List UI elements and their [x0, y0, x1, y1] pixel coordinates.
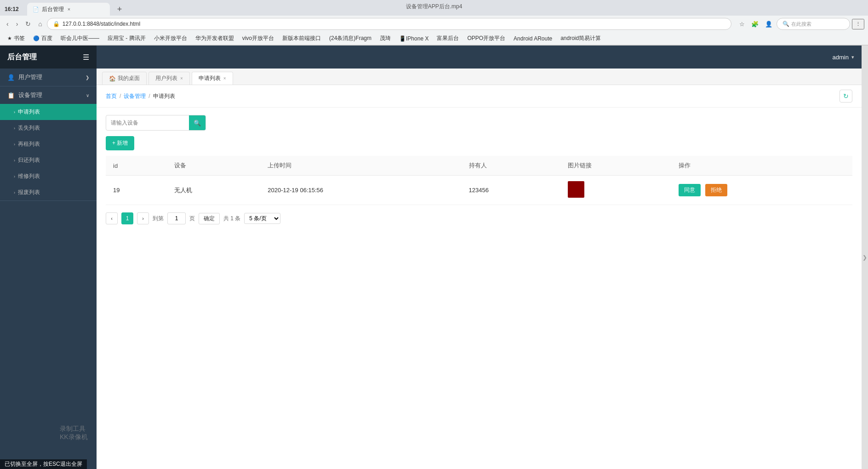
url-text: 127.0.0.1:8848/static/index.html [63, 21, 140, 27]
bookmark-android-calc[interactable]: android简易计算 [557, 34, 605, 43]
bookmark-baidu[interactable]: 🔵 百度 [29, 34, 56, 43]
xiaomi-label: 小米开放平台 [154, 34, 187, 42]
browser-search-bar[interactable]: 🔍 在此搜索 [777, 18, 850, 30]
pagination-area: ‹ 1 › 到第 页 确定 共 1 条 5 条/页 10 条/页 20 条/页 [97, 205, 862, 232]
next-page-button[interactable]: › [137, 212, 149, 224]
sub-arrow-lost: › [14, 126, 15, 131]
breadcrumb-section[interactable]: 设备管理 [124, 92, 146, 100]
home-button[interactable]: ⌂ [35, 18, 45, 29]
sidebar: 后台管理 ☰ 👤 用户管理 ❯ 📋 设备管理 ∨ › [0, 46, 97, 469]
bookmark-androute[interactable]: Android ARoute [510, 34, 556, 43]
tab-dashboard-label: 我的桌面 [118, 74, 140, 82]
repair-list-label: 维修列表 [18, 172, 40, 180]
breadcrumb-sep2: / [148, 93, 150, 99]
cell-upload-time: 2020-12-19 06:15:56 [260, 176, 461, 205]
tab-apply-list-close[interactable]: × [223, 76, 226, 81]
reject-button[interactable]: 拒绝 [705, 184, 727, 196]
nav-section-users: 👤 用户管理 ❯ [0, 69, 97, 86]
bookmark-oppo[interactable]: OPPO开放平台 [463, 34, 509, 43]
table-row: 19 无人机 2020-12-19 06:15:56 123456 同意 拒绝 [106, 176, 852, 205]
browser-tab-close[interactable]: × [68, 6, 70, 12]
page-unit: 页 [189, 215, 195, 223]
tab-bar: 🏠 我的桌面 用户列表 × 申请列表 × [97, 69, 862, 85]
col-upload-time: 上传时间 [260, 156, 461, 176]
header-dropdown-icon[interactable]: ▾ [851, 54, 854, 60]
current-page[interactable]: 1 [121, 212, 133, 224]
forward-button[interactable]: › [13, 18, 21, 29]
browser-tab[interactable]: 📄 后台管理 × [27, 3, 110, 16]
bookmark-iphone[interactable]: 📱 IPhone X [395, 34, 432, 43]
bookmark-xiaomi[interactable]: 小米开放平台 [150, 34, 191, 43]
bookmark-appbao[interactable]: 应用宝 - 腾讯开 [104, 34, 149, 43]
add-button[interactable]: + 新增 [106, 136, 134, 150]
new-tab-button[interactable]: + [114, 5, 126, 14]
sidebar-devices-label: 设备管理 [18, 91, 42, 99]
tab-user-list-close[interactable]: × [180, 76, 183, 81]
tab-user-list[interactable]: 用户列表 × [148, 72, 190, 85]
col-image: 图片链接 [560, 156, 671, 176]
tinghuier-label: 听会儿中医—— [61, 34, 99, 42]
huawei-label: 华为开发者联盟 [195, 34, 234, 42]
per-page-select[interactable]: 5 条/页 10 条/页 20 条/页 [244, 213, 280, 224]
breadcrumb: 首页 / 设备管理 / 申请列表 [106, 92, 175, 100]
sub-arrow-scrap: › [14, 190, 15, 195]
lost-list-label: 丢失列表 [18, 124, 40, 132]
iphone-label: IPhone X [406, 35, 428, 42]
sidebar-item-lost-list[interactable]: › 丢失列表 [0, 120, 97, 136]
user-profile-btn[interactable]: 👤 [763, 19, 775, 29]
apply-list-label: 申请列表 [18, 108, 40, 116]
address-bar[interactable]: 🔒 127.0.0.1:8848/static/index.html [47, 18, 731, 30]
sidebar-item-rent-list[interactable]: › 再租列表 [0, 136, 97, 152]
bookmark-newversion[interactable]: 新版本前端接口 [279, 34, 325, 43]
bookmark-huawei[interactable]: 华为开发者联盟 [192, 34, 238, 43]
bookmark-maoqi[interactable]: 茂琦 [376, 34, 394, 43]
24msgs-label: (24条消息)Fragm [329, 34, 371, 42]
col-owner: 持有人 [462, 156, 561, 176]
back-button[interactable]: ‹ [4, 18, 11, 29]
refresh-button[interactable]: ↻ [23, 18, 34, 29]
content-area: admin ▾ 🏠 我的桌面 用户列表 × 申请列表 × [97, 46, 862, 469]
users-arrow: ❯ [86, 75, 89, 80]
menu-btn[interactable]: ⋮ [852, 19, 864, 29]
sidebar-item-return-list[interactable]: › 归还列表 [0, 152, 97, 168]
search-button[interactable]: 🔍 [189, 115, 206, 130]
nav-section-devices: 📋 设备管理 ∨ › 申请列表 › 丢失列表 › 再租列表 › [0, 86, 97, 201]
table-container: id 设备 上传时间 持有人 图片链接 操作 19 无人机 2020-12-19 [97, 156, 862, 205]
bookmark-tinghuier[interactable]: 听会儿中医—— [57, 34, 103, 43]
bookmark-vivo[interactable]: vivo开放平台 [239, 34, 278, 43]
sidebar-item-devices[interactable]: 📋 设备管理 ∨ [0, 86, 97, 104]
confirm-button[interactable]: 确定 [199, 213, 220, 224]
iphone-icon: 📱 [399, 35, 406, 42]
sub-arrow-repair: › [14, 174, 15, 179]
bookmark-star-icon: ★ [7, 35, 12, 41]
bookmark-bookmarks[interactable]: ★ 书签 [4, 34, 29, 43]
sidebar-item-repair-list[interactable]: › 维修列表 [0, 168, 97, 184]
sidebar-item-apply-list[interactable]: › 申请列表 [0, 104, 97, 120]
search-input-wrap: 🔍 [106, 115, 206, 131]
scrap-list-label: 报废列表 [18, 189, 40, 196]
sub-arrow-return: › [14, 158, 15, 163]
bookmark-fuguo[interactable]: 富果后台 [433, 34, 463, 43]
breadcrumb-home[interactable]: 首页 [106, 92, 117, 100]
refresh-button[interactable]: ↻ [839, 90, 852, 103]
bookmarks-bar: ★ 书签 🔵 百度 听会儿中医—— 应用宝 - 腾讯开 小米开放平台 华为开发者… [0, 32, 868, 45]
tab-dashboard[interactable]: 🏠 我的桌面 [102, 72, 147, 85]
goto-input[interactable] [167, 212, 186, 224]
approve-button[interactable]: 同意 [679, 184, 701, 196]
vivo-label: vivo开放平台 [242, 34, 274, 42]
prev-page-button[interactable]: ‹ [106, 212, 118, 224]
return-list-label: 归还列表 [18, 156, 40, 164]
header-right: admin ▾ [833, 54, 854, 61]
breadcrumb-sep1: / [120, 93, 121, 99]
right-collapse-handle[interactable]: ❯ [862, 46, 868, 469]
device-thumbnail [568, 181, 584, 198]
search-input[interactable] [106, 117, 189, 129]
extensions-btn[interactable]: 🧩 [749, 19, 761, 29]
sidebar-menu-icon[interactable]: ☰ [83, 53, 89, 62]
tab-apply-list[interactable]: 申请列表 × [192, 72, 233, 85]
fuguo-label: 富果后台 [437, 34, 459, 42]
sidebar-item-scrap-list[interactable]: › 报废列表 [0, 184, 97, 200]
bookmark-24msgs[interactable]: (24条消息)Fragm [326, 34, 375, 43]
sidebar-item-users[interactable]: 👤 用户管理 ❯ [0, 69, 97, 86]
bookmark-star[interactable]: ☆ [737, 19, 747, 29]
